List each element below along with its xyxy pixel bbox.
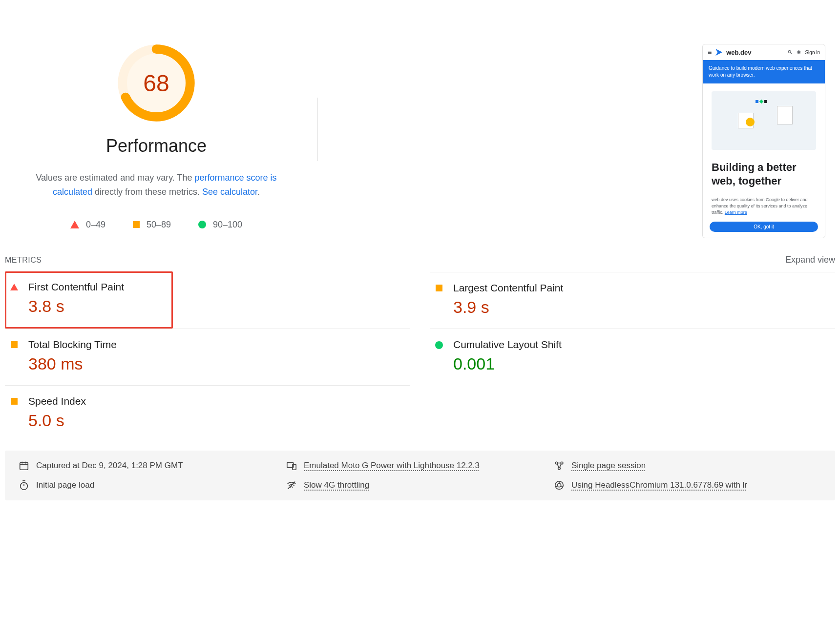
chrome-icon: [554, 480, 565, 491]
legend-good: 90–100: [198, 220, 242, 230]
calendar-icon: [19, 460, 29, 471]
captured-at: Captured at Dec 9, 2024, 1:28 PM GMT: [19, 460, 286, 471]
performance-description: Values are estimated and may vary. The p…: [24, 171, 288, 199]
load-text: Initial page load: [36, 480, 94, 490]
svg-rect-3: [20, 463, 28, 470]
performance-gauge: 68: [117, 44, 195, 122]
spacer: [318, 44, 702, 238]
check-badge-icon: [746, 118, 755, 126]
metric-cumulative-layout-shift[interactable]: Cumulative Layout Shift 0.001: [430, 329, 835, 385]
circle-green-icon: [198, 221, 206, 228]
metrics-grid: First Contentful Paint 3.8 s Largest Con…: [5, 272, 835, 442]
theme-icon: ✺: [797, 49, 801, 56]
metrics-header: METRICS Expand view: [5, 253, 835, 272]
metric-title: Speed Index: [28, 395, 86, 407]
expand-view-button[interactable]: Expand view: [785, 255, 835, 265]
run-info-footer: Captured at Dec 9, 2024, 1:28 PM GMT Emu…: [5, 451, 835, 500]
preview-banner: Guidance to build modern web experiences…: [703, 60, 825, 83]
cookie-learn-more-link: Learn more: [725, 210, 747, 215]
legend-average: 50–89: [133, 220, 171, 230]
metric-title: Cumulative Layout Shift: [453, 339, 562, 350]
metric-title: Largest Contentful Paint: [453, 282, 563, 294]
preview-ok-button: OK, got it: [710, 222, 818, 232]
emulated-device-link[interactable]: Emulated Moto G Power with Lighthouse 12…: [304, 461, 480, 471]
preview-cookie-text: web.dev uses cookies from Google to deli…: [703, 193, 825, 218]
desc-text: .: [257, 187, 260, 197]
triangle-red-icon: [10, 284, 18, 290]
legend-good-label: 90–100: [213, 220, 242, 230]
site-name: web.dev: [726, 49, 751, 56]
preview-topbar: ≡ web.dev 🔍︎ ✺ Sign in: [703, 44, 825, 60]
session-type: Single page session: [554, 460, 821, 471]
page-preview: ≡ web.dev 🔍︎ ✺ Sign in Guidance to build…: [702, 44, 825, 238]
metric-first-contentful-paint[interactable]: First Contentful Paint 3.8 s: [5, 271, 173, 329]
svg-point-11: [557, 484, 561, 487]
metric-value: 0.001: [453, 354, 562, 373]
circle-green-icon: [435, 341, 443, 349]
svg-point-9: [21, 483, 28, 490]
square-orange-icon: [11, 398, 18, 405]
browser-info: Using HeadlessChromium 131.0.6778.69 wit…: [554, 480, 821, 491]
score-legend: 0–49 50–89 90–100: [70, 220, 242, 230]
menu-icon: ≡: [708, 48, 712, 56]
legend-poor-label: 0–49: [86, 220, 105, 230]
signin-label: Sign in: [805, 50, 820, 55]
legend-poor: 0–49: [70, 220, 105, 230]
metric-empty: [430, 385, 835, 442]
performance-score: 68: [117, 44, 195, 122]
captured-text: Captured at Dec 9, 2024, 1:28 PM GMT: [36, 461, 183, 471]
desc-text: Values are estimated and may vary. The: [36, 173, 194, 183]
emulated-device: Emulated Moto G Power with Lighthouse 12…: [286, 460, 554, 471]
desc-text: directly from these metrics.: [92, 187, 202, 197]
metric-speed-index[interactable]: Speed Index 5.0 s: [5, 385, 410, 442]
session-link[interactable]: Single page session: [571, 461, 646, 471]
metric-value: 3.8 s: [28, 297, 124, 316]
metric-total-blocking-time[interactable]: Total Blocking Time 380 ms: [5, 329, 410, 385]
metric-value: 3.9 s: [453, 298, 563, 317]
throttling-link[interactable]: Slow 4G throttling: [304, 480, 369, 490]
summary-section: 68 Performance Values are estimated and …: [5, 0, 835, 253]
triangle-red-icon: [70, 221, 79, 228]
preview-illustration: [712, 91, 816, 150]
square-orange-icon: [133, 221, 140, 228]
metric-value: 5.0 s: [28, 411, 86, 430]
legend-avg-label: 50–89: [147, 220, 171, 230]
metrics-section-label: METRICS: [5, 256, 42, 265]
metric-value: 380 ms: [28, 354, 117, 373]
score-panel: 68 Performance Values are estimated and …: [5, 44, 308, 238]
browser-link[interactable]: Using HeadlessChromium 131.0.6778.69 wit…: [571, 480, 747, 490]
square-orange-icon: [11, 341, 18, 348]
network-nodes-icon: [554, 460, 565, 471]
devices-icon: [286, 460, 297, 471]
illus-dots: [756, 100, 767, 103]
throttling: Slow 4G throttling: [286, 480, 554, 491]
metric-title: First Contentful Paint: [28, 281, 124, 293]
site-logo-icon: [715, 49, 722, 56]
preview-card: ≡ web.dev 🔍︎ ✺ Sign in Guidance to build…: [702, 44, 825, 238]
stopwatch-icon: [19, 480, 29, 491]
page-load-type: Initial page load: [19, 480, 286, 491]
search-icon: 🔍︎: [787, 49, 793, 55]
metric-largest-contentful-paint[interactable]: Largest Contentful Paint 3.9 s: [430, 272, 835, 329]
performance-title: Performance: [106, 136, 207, 156]
preview-headline: Building a better web, together: [703, 158, 825, 193]
square-orange-icon: [436, 285, 442, 291]
metric-title: Total Blocking Time: [28, 339, 117, 350]
network-throttle-icon: [286, 480, 297, 491]
see-calculator-link[interactable]: See calculator: [202, 187, 257, 197]
